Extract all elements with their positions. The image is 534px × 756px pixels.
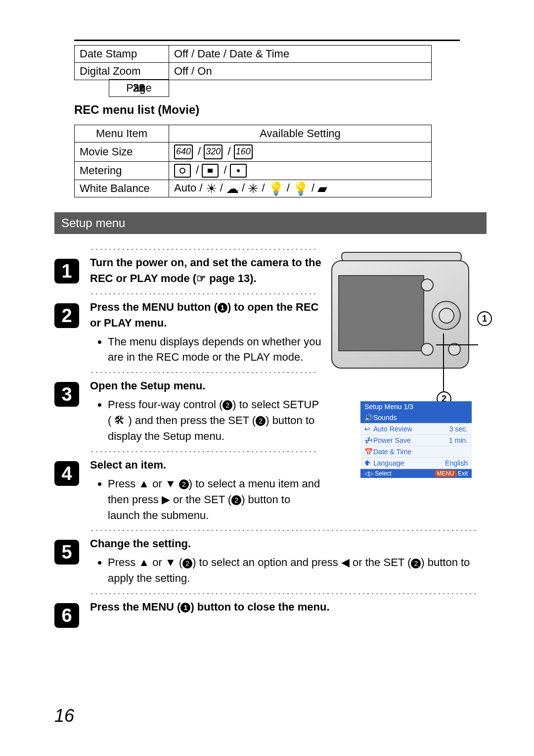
wb-auto-label: Auto bbox=[174, 182, 196, 194]
step-4: 4 Select an item. Press ▲ or ▼ 2) to sel… bbox=[54, 450, 480, 523]
table-row: Date Stamp Off / Date / Date & Time 31 bbox=[75, 46, 460, 63]
step-title: Press the MENU (1) button to close the m… bbox=[90, 601, 330, 613]
setup-menu-bar: Setup menu bbox=[54, 212, 487, 234]
step-1: 1 Turn the power on, and set the camera … bbox=[54, 248, 480, 286]
step-number: 1 bbox=[54, 259, 79, 284]
step-bullet: Press ▲ or ▼ 2) to select a menu item an… bbox=[108, 476, 322, 523]
movie-heading: REC menu list (Movie) bbox=[74, 103, 480, 117]
step-5: 5 Change the setting. Press ▲ or ▼ (2) t… bbox=[54, 529, 480, 586]
step-number: 2 bbox=[54, 303, 79, 328]
bullet-part: Press ▲ or ▼ ( bbox=[108, 556, 182, 568]
page-number: 16 bbox=[54, 706, 74, 726]
cell-setting: / / bbox=[169, 162, 432, 180]
callout-inline-2: 2 bbox=[182, 559, 192, 568]
step-title: Open the Setup menu. bbox=[90, 379, 205, 392]
step-title: Change the setting. bbox=[90, 537, 191, 550]
step-number: 4 bbox=[54, 461, 79, 486]
table-row: Metering / / 29 bbox=[75, 162, 460, 180]
size-160-icon: 160 bbox=[234, 144, 253, 159]
th-setting: Available Setting bbox=[169, 125, 432, 142]
step-title: Press the MENU button (1) to open the RE… bbox=[90, 301, 318, 329]
cell-item: Metering bbox=[75, 162, 169, 180]
table-row: Digital Zoom Off / On 22 bbox=[75, 63, 460, 80]
table-row: Movie Size 640 / 320 / 160 26 bbox=[75, 142, 460, 162]
callout-inline-1: 1 bbox=[180, 603, 190, 613]
cell-setting: 640 / 320 / 160 bbox=[169, 142, 432, 162]
cell-item: Date Stamp bbox=[75, 46, 169, 63]
wb-cloudy-icon: ☁︎ bbox=[226, 181, 239, 196]
bullet-part: Press four-way control ( bbox=[108, 398, 222, 411]
cell-item: Digital Zoom bbox=[75, 63, 169, 80]
dots-divider bbox=[90, 248, 317, 251]
callout-inline-2: 2 bbox=[411, 559, 421, 568]
top-rule bbox=[74, 40, 460, 41]
step-title-part: page 13). bbox=[206, 272, 256, 284]
meter-multi-icon bbox=[230, 164, 247, 178]
step-6: 6 Press the MENU (1) button to close the… bbox=[54, 592, 480, 615]
meter-center-icon bbox=[202, 164, 219, 178]
step-bullet: Press ▲ or ▼ (2) to select an option and… bbox=[108, 555, 480, 586]
size-640-icon: 640 bbox=[174, 144, 193, 159]
callout-inline-2: 2 bbox=[222, 400, 232, 410]
step-2: 2 Press the MENU button (1) to open the … bbox=[54, 292, 480, 366]
step-bullet: Press four-way control (2) to select SET… bbox=[108, 397, 322, 444]
bullet-part: ) and then press the SET ( bbox=[125, 414, 256, 426]
cell-item: White Balance bbox=[75, 180, 169, 197]
step-bullet: The menu displays depends on whether you… bbox=[108, 334, 322, 366]
cell-setting: Auto / ☀︎ / ☁︎ / ✳︎ / 💡 / 💡 / ▰ bbox=[169, 180, 432, 197]
callout-inline-1: 1 bbox=[218, 303, 227, 313]
cell-page: 29 bbox=[109, 79, 169, 97]
pointer-icon: ☞ bbox=[196, 272, 206, 284]
wb-fluor1-icon: 💡 bbox=[268, 181, 284, 196]
setup-icon: 🛠 bbox=[114, 414, 125, 426]
step-title-part: ) button to close the menu. bbox=[190, 601, 329, 613]
dots-divider bbox=[90, 292, 317, 295]
step-number: 6 bbox=[54, 603, 79, 628]
wb-fluor2-icon: 💡 bbox=[293, 181, 309, 196]
callout-inline-2: 2 bbox=[256, 416, 266, 426]
wb-daylight-icon: ☀︎ bbox=[206, 181, 217, 196]
dots-divider bbox=[90, 592, 479, 595]
step-title-part: Press the MENU ( bbox=[90, 601, 180, 613]
cell-setting: Off / On bbox=[169, 63, 432, 80]
step-number: 3 bbox=[54, 382, 79, 407]
cell-item: Movie Size bbox=[75, 142, 169, 162]
table-movie: Menu Item Available Setting Page Movie S… bbox=[74, 125, 460, 197]
table-row: White Balance Auto / ☀︎ / ☁︎ / ✳︎ / 💡 / … bbox=[75, 180, 460, 197]
th-item: Menu Item bbox=[75, 125, 169, 142]
step-title-part: Press the MENU button ( bbox=[90, 301, 218, 313]
dots-divider bbox=[90, 529, 479, 532]
bullet-part: Press ▲ or ▼ bbox=[108, 477, 179, 490]
table-top: Date Stamp Off / Date / Date & Time 31 D… bbox=[74, 45, 460, 80]
callout-inline-2: 2 bbox=[231, 495, 241, 505]
step-number: 5 bbox=[54, 540, 79, 565]
wb-tungsten-icon: ✳︎ bbox=[248, 181, 259, 196]
dots-divider bbox=[90, 371, 317, 374]
meter-spot-icon bbox=[174, 164, 191, 178]
step-title: Select an item. bbox=[90, 459, 166, 471]
size-320-icon: 320 bbox=[204, 144, 222, 159]
step-3: 3 Open the Setup menu. Press four-way co… bbox=[54, 371, 480, 444]
step-title: Turn the power on, and set the camera to… bbox=[90, 256, 321, 284]
wb-custom-icon: ▰ bbox=[317, 181, 327, 196]
dots-divider bbox=[90, 450, 317, 453]
table-header-row: Menu Item Available Setting Page bbox=[75, 125, 460, 142]
cell-setting: Off / Date / Date & Time bbox=[169, 46, 432, 63]
callout-inline-2: 2 bbox=[179, 479, 189, 489]
bullet-part: ) to select an option and press ◀ or the… bbox=[192, 556, 411, 568]
